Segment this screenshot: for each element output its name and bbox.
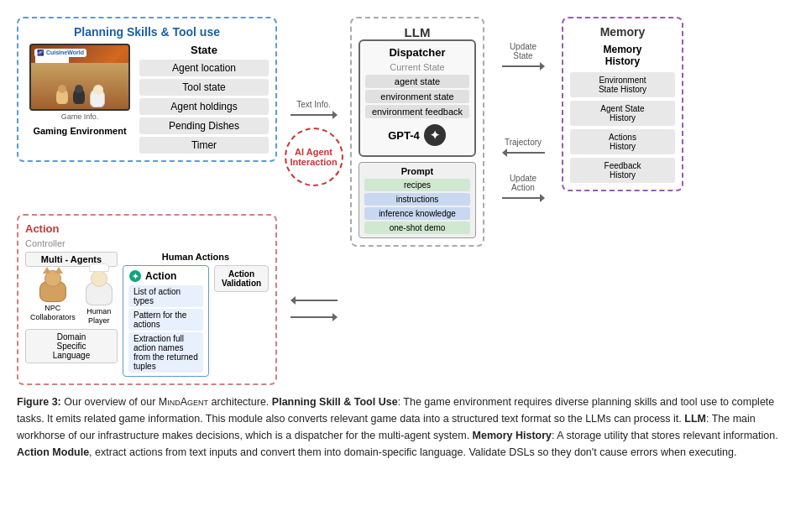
agent-state-item: agent state	[365, 75, 469, 88]
dispatcher-title: Dispatcher	[365, 46, 469, 59]
memory-arrows-section: UpdateState Trajectory UpdateAction	[489, 17, 557, 202]
env-state-history: EnvironmentState History	[570, 72, 675, 97]
state-item-tool: Tool state	[139, 79, 269, 96]
game-screen: 🌌 CuisineWorld	[29, 44, 130, 111]
svg-text:✦: ✦	[430, 128, 440, 142]
action-icon: ✦	[128, 269, 142, 283]
npc-collaborators-figure: NPCCollaborators	[30, 270, 76, 326]
state-items: Agent location Tool state Agent holdings…	[139, 60, 269, 154]
state-title: State	[139, 44, 269, 56]
human-player-figure: HumanPlayer	[86, 270, 113, 326]
prompt-title: Prompt	[364, 166, 470, 176]
instructions-item: instructions	[364, 193, 470, 206]
one-shot-item: one-shot demo	[364, 222, 470, 234]
openai-icon: ✦	[423, 123, 447, 147]
action-title: Action	[25, 222, 269, 235]
memory-items-list: EnvironmentState History Agent StateHist…	[570, 72, 675, 183]
char-npc1	[56, 89, 70, 107]
section4-title: Action Module	[17, 446, 89, 458]
state-item-holdings: Agent holdings	[139, 98, 269, 115]
state-section: State Agent location Tool state Agent ho…	[139, 44, 269, 154]
extraction-full: Extraction full action names from the re…	[128, 332, 203, 373]
agents-row: NPCCollaborators HumanPlayer	[25, 270, 118, 326]
human-actions-title: Human Actions	[123, 252, 269, 262]
update-action-label: UpdateAction	[510, 174, 536, 192]
game-info-label: Game Info.	[61, 112, 99, 121]
action-content-box: ✦ Action List of action types Pattern fo…	[123, 265, 209, 377]
gpt4-label: GPT-4	[388, 129, 420, 142]
char-human	[90, 89, 103, 107]
current-state-label: Current State	[365, 62, 469, 72]
text-info-label: Text Info.	[296, 100, 331, 109]
human-player-label: HumanPlayer	[86, 307, 111, 326]
human-actions-box: Human Actions ✦ Action	[123, 252, 269, 377]
memory-box: Memory MemoryHistory EnvironmentState Hi…	[562, 17, 683, 191]
action-items: List of action types Pattern for the act…	[128, 285, 203, 373]
game-env-box: 🌌 CuisineWorld	[25, 44, 134, 154]
planning-title: Planning Skills & Tool use	[25, 25, 269, 39]
update-state-label: UpdateState	[510, 42, 536, 60]
pattern-actions: Pattern for the actions	[128, 309, 203, 331]
action-label: Action	[145, 270, 176, 282]
multi-agents-box: Multi - Agents	[25, 252, 118, 377]
list-action-types: List of action types	[128, 285, 203, 307]
action-validation-box: Action Validation	[214, 265, 269, 292]
figure-number: Figure 3:	[17, 396, 61, 408]
action-validation-label: Action Validation	[218, 269, 264, 288]
section2-title: LLM	[684, 413, 706, 425]
char-npc2	[73, 89, 86, 107]
actions-history: ActionsHistory	[570, 129, 675, 154]
top-arrows-section: Text Info. AI Agent Interaction	[282, 17, 345, 202]
mindagent-label2: gent	[187, 396, 208, 408]
mindagent-label: ind	[167, 396, 181, 408]
memory-title: Memory	[570, 25, 675, 39]
trajectory-label: Trajectory	[505, 138, 542, 147]
inference-knowledge-item: inference knowledge	[364, 207, 470, 220]
llm-state-items: agent state environment state environmen…	[365, 75, 469, 118]
controller-label: Controller	[25, 238, 269, 248]
cuisine-logo: 🌌 CuisineWorld	[34, 49, 86, 57]
update-state-block: UpdateState	[502, 42, 545, 70]
prompt-items: recipes instructions inference knowledge…	[364, 179, 470, 234]
update-action-block: UpdateAction	[502, 174, 545, 202]
action-outer-box: Action Controller Multi - Agents	[17, 214, 277, 385]
action-content-title: ✦ Action	[128, 269, 203, 283]
agent-state-history: Agent StateHistory	[570, 101, 675, 126]
env-state-item: environment state	[365, 90, 469, 103]
llm-title: LLM	[359, 25, 476, 39]
planning-section: Planning Skills & Tool use 🌌 CuisineWorl…	[17, 17, 277, 202]
dsl-box: DomainSpecificLanguage	[25, 329, 118, 363]
bottom-arrow-right	[290, 296, 338, 305]
npc-label: NPCCollaborators	[30, 304, 76, 322]
game-env-label: Gaming Environment	[33, 126, 126, 136]
bottom-arrow-left	[290, 313, 338, 321]
memory-history-title: MemoryHistory	[570, 44, 675, 67]
diagram-wrapper: Planning Skills & Tool use 🌌 CuisineWorl…	[17, 17, 789, 385]
action-validation-area: ✦ Action List of action types Pattern fo…	[123, 265, 269, 377]
architecture-diagram: Planning Skills & Tool use 🌌 CuisineWorl…	[17, 17, 789, 385]
state-item-timer: Timer	[139, 137, 269, 154]
planning-box: Planning Skills & Tool use 🌌 CuisineWorl…	[17, 17, 277, 162]
state-item-location: Agent location	[139, 60, 269, 76]
action-section: Action Controller Multi - Agents	[17, 207, 277, 385]
llm-section: LLM Dispatcher Current State agent state…	[350, 17, 484, 385]
dispatcher-box: Dispatcher Current State agent state env…	[359, 39, 476, 157]
bottom-arrows-section	[282, 207, 345, 385]
gpt4-row: GPT-4 ✦	[365, 123, 469, 147]
action-inner-row: Multi - Agents	[25, 252, 269, 377]
feedback-history: FeedbackHistory	[570, 158, 675, 183]
prompt-box: Prompt recipes instructions inference kn…	[359, 162, 476, 238]
ai-bubble: AI Agent Interaction	[285, 128, 343, 186]
state-item-dishes: Pending Dishes	[139, 117, 269, 134]
figure-caption: Figure 3: Our overview of our MindAgent …	[17, 394, 789, 461]
game-screen-inner	[31, 63, 128, 109]
env-feedback-item: environment feedback	[365, 105, 469, 118]
text-info-arrow: Text Info.	[290, 100, 338, 119]
svg-text:✦: ✦	[132, 272, 139, 281]
section3-title: Memory History	[473, 430, 552, 441]
recipes-item: recipes	[364, 179, 470, 191]
section1-title: Planning Skill & Tool Use	[272, 396, 398, 408]
memory-section: Memory MemoryHistory EnvironmentState Hi…	[562, 17, 683, 385]
trajectory-block: Trajectory	[502, 138, 545, 157]
